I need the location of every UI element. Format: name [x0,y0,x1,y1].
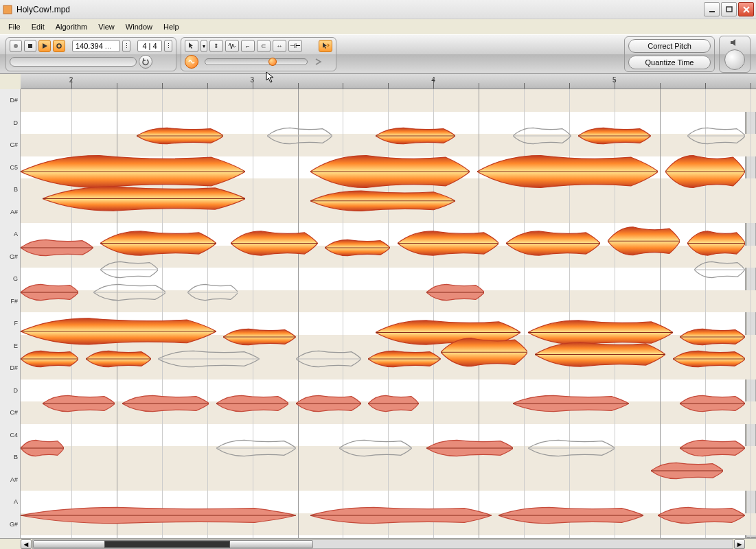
note-blob[interactable] [137,136,224,154]
note-blob[interactable] [376,136,455,154]
note-blob[interactable] [368,404,419,421]
note-blob[interactable] [310,201,455,224]
note-blob[interactable] [86,359,151,377]
separation-tool[interactable]: ⊣⊢ [288,40,302,52]
note-blob[interactable] [231,243,318,270]
close-button[interactable] [738,2,754,16]
pitch-labels: D#DC#C5BA#AG#GF#FED#DC#C4BA#AG# [0,89,21,538]
scroll-tool[interactable] [319,40,332,52]
note-blob[interactable] [21,248,93,266]
note-blob[interactable] [687,136,745,154]
note-blob[interactable] [267,136,332,154]
correct-pitch-button[interactable]: Correct Pitch [628,39,711,53]
note-blob[interactable] [368,359,441,377]
note-blob[interactable] [513,136,571,154]
note-blob[interactable] [43,404,115,421]
main-slider-handle[interactable] [268,58,277,66]
note-blob[interactable] [513,404,629,421]
stop-button[interactable] [24,40,36,52]
note-blob[interactable] [216,404,289,421]
note-blob[interactable] [665,172,745,207]
tempo-stepper[interactable]: ⋮ [122,40,130,52]
volume-knob[interactable] [724,49,745,70]
note-blob[interactable] [21,515,296,533]
transport-group: 140.394 ... ⋮ 4 | 4 ⋮ [5,37,176,71]
note-blob[interactable] [398,243,499,270]
menu-help[interactable]: Help [158,21,185,32]
note-blob[interactable] [122,404,209,421]
maximize-button[interactable] [721,2,737,16]
note-blob[interactable] [651,471,724,489]
undo-history-slider[interactable] [10,57,137,67]
sig-stepper[interactable]: ⋮ [164,40,172,52]
note-blob[interactable] [499,515,643,533]
titlebar[interactable]: HolyCow!.mpd [0,0,756,19]
pitch-label: C# [10,141,18,148]
note-blob[interactable] [608,241,680,272]
amplitude-tool[interactable] [225,40,239,52]
toolbar: 140.394 ... ⋮ 4 | 4 ⋮ ▾ ⇕ ⌐ ⊂ ↔ ⊣⊢ [0,34,756,74]
sub-tool-1[interactable]: ▾ [201,40,207,52]
note-blob[interactable] [441,353,528,384]
note-blob[interactable] [426,448,514,466]
time-signature-input[interactable]: 4 | 4 [137,40,162,52]
menu-edit[interactable]: Edit [26,21,50,32]
ruler-mark: 5 [612,76,617,84]
note-blob[interactable] [426,292,484,310]
note-blob[interactable] [21,359,78,377]
note-blob[interactable] [158,359,260,377]
note-blob[interactable] [673,359,746,377]
note-blob[interactable] [477,172,658,207]
speaker-icon [730,38,740,47]
timing-tool[interactable]: ↔ [273,40,286,52]
tempo-input[interactable]: 140.394 ... [72,40,120,52]
minimize-button[interactable] [704,2,720,16]
menu-window[interactable]: Window [120,21,158,32]
note-blob[interactable] [680,404,745,421]
menu-algorithm[interactable]: Algorithm [50,21,93,32]
note-tool[interactable]: ⊂ [257,40,271,52]
note-blob[interactable] [296,404,361,421]
horizontal-scrollbar[interactable]: ◄ ► [0,538,756,549]
note-blob[interactable] [216,448,296,466]
ruler-mark: 4 [431,76,435,84]
note-blob[interactable] [93,292,166,310]
overview-track[interactable] [32,539,733,549]
scroll-right-button[interactable]: ► [734,539,745,549]
note-blob[interactable] [339,448,412,466]
main-slider[interactable] [205,58,308,65]
note-blob[interactable] [535,355,665,382]
note-grid[interactable]: ▲ ▼ [21,89,756,538]
cycle-button[interactable] [53,40,65,52]
pointer-tool[interactable] [185,40,198,52]
note-blob[interactable] [310,515,492,533]
note-blob[interactable] [187,292,238,310]
scroll-left-button[interactable]: ◄ [21,539,32,549]
note-blob[interactable] [578,136,651,154]
pitch-label: D [14,119,19,126]
pitch-tool[interactable]: ⇕ [209,40,223,52]
formant-tool[interactable]: ⌐ [241,40,255,52]
menu-file[interactable]: File [3,21,26,32]
note-blob[interactable] [528,448,615,466]
note-blob[interactable] [21,292,78,310]
mode-toggle[interactable] [185,55,198,69]
note-blob[interactable] [296,359,361,377]
note-blob[interactable] [43,198,245,225]
note-blob[interactable] [21,448,64,466]
note-blob[interactable] [658,515,745,533]
record-button[interactable] [10,40,22,52]
svg-rect-4 [28,44,32,48]
svg-point-5 [57,44,61,48]
play-button[interactable] [38,40,51,52]
note-blob[interactable] [694,270,745,288]
menu-view[interactable]: View [93,21,120,32]
quantize-time-button[interactable]: Quantize Time [628,56,711,69]
time-ruler[interactable]: 2345 [21,74,756,89]
note-blob[interactable] [325,248,390,266]
svg-rect-1 [709,11,715,12]
edit-tools-group: ▾ ⇕ ⌐ ⊂ ↔ ⊣⊢ [181,37,336,71]
undo-button[interactable] [139,55,152,69]
svg-point-3 [14,44,18,48]
note-blob[interactable] [506,243,600,270]
